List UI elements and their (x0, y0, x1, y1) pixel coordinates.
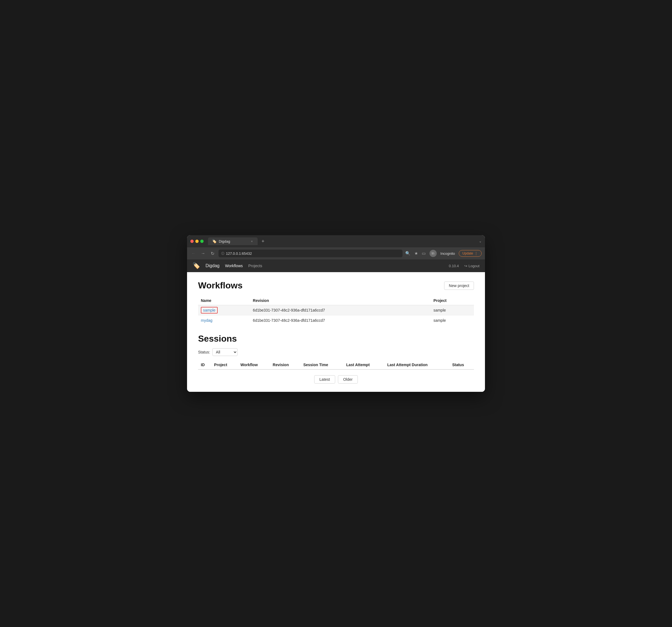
tab-close-button[interactable]: × (250, 239, 254, 243)
bookmark-icon[interactable]: ★ (414, 251, 418, 256)
workflows-page-header: Workflows New project (198, 280, 474, 291)
col-revision-header: Revision (250, 296, 431, 305)
update-menu-icon: ⋮ (474, 251, 478, 256)
sessions-col-header: Workflow (238, 360, 270, 370)
profile-button[interactable]: In (430, 250, 437, 257)
address-bar[interactable]: ⓘ 127.0.0.1:65432 (218, 250, 403, 257)
workflow-name-link[interactable]: mydag (201, 318, 212, 323)
browser-nav-icons: 🔍 ★ ▭ In Incognito Update ⋮ (405, 250, 482, 257)
minimize-traffic-light[interactable] (195, 240, 199, 243)
status-select[interactable]: All Running Success Error (212, 348, 238, 356)
sessions-title: Sessions (198, 334, 474, 344)
new-tab-button[interactable]: + (262, 239, 265, 244)
profile-label: In (432, 251, 434, 255)
tab-favicon: 🏷️ (212, 239, 217, 244)
update-label: Update (462, 251, 473, 255)
workflow-table-row: sample6d1be331-7307-48c2-936a-dfd171a6cc… (198, 305, 474, 316)
sessions-col-header: Last Attempt (343, 360, 385, 370)
window-chevron-icon: ⌄ (479, 239, 482, 243)
workflow-table-row: mydag6d1be331-7307-48c2-936a-dfd171a6ccd… (198, 316, 474, 326)
app-navbar: 🏷️ Digdag Workflows Projects 0.10.4 ↪ Lo… (187, 259, 485, 272)
pagination: Latest Older (198, 375, 474, 383)
tab-title: Digdag (219, 239, 248, 244)
nav-link-workflows[interactable]: Workflows (225, 264, 243, 268)
search-icon[interactable]: 🔍 (405, 251, 410, 256)
workflows-title: Workflows (198, 280, 242, 291)
active-tab[interactable]: 🏷️ Digdag × (208, 237, 258, 245)
app-version-label: 0.10.4 (449, 264, 459, 268)
status-filter-label: Status: (198, 350, 210, 354)
browser-window: 🏷️ Digdag × + ⌄ ← → ↻ ⓘ 127.0.0.1:65432 … (187, 235, 485, 392)
sessions-col-header: Project (211, 360, 238, 370)
update-button[interactable]: Update ⋮ (459, 250, 482, 257)
logout-link[interactable]: ↪ Logout (464, 264, 479, 268)
workflows-table: Name Revision Project sample6d1be331-730… (198, 296, 474, 325)
workflow-project-cell: sample (431, 305, 474, 316)
workflow-revision-cell: 6d1be331-7307-48c2-936a-dfd171a6ccd7 (250, 305, 431, 316)
secure-icon: ⓘ (221, 251, 224, 256)
logout-icon: ↪ (464, 264, 467, 268)
workflow-name-cell: sample (198, 305, 250, 316)
forward-button[interactable]: → (200, 250, 206, 257)
sessions-table: IDProjectWorkflowRevisionSession TimeLas… (198, 360, 474, 383)
address-text: 127.0.0.1:65432 (226, 251, 252, 256)
workflow-revision-cell: 6d1be331-7307-48c2-936a-dfd171a6ccd7 (250, 316, 431, 326)
col-name-header: Name (198, 296, 250, 305)
logout-label: Logout (469, 264, 479, 268)
back-button[interactable]: ← (190, 250, 197, 257)
latest-button[interactable]: Latest (314, 375, 335, 383)
workflow-name-link[interactable]: sample (201, 307, 218, 314)
maximize-traffic-light[interactable] (200, 240, 203, 243)
sessions-col-header: ID (198, 360, 211, 370)
titlebar: 🏷️ Digdag × + ⌄ (187, 235, 485, 247)
app-logo-icon: 🏷️ (193, 262, 200, 269)
incognito-label: Incognito (440, 251, 455, 256)
addressbar: ← → ↻ ⓘ 127.0.0.1:65432 🔍 ★ ▭ In Incogni… (187, 247, 485, 259)
sessions-col-header: Revision (270, 360, 301, 370)
col-project-header: Project (431, 296, 474, 305)
status-filter: Status: All Running Success Error (198, 348, 474, 356)
older-button[interactable]: Older (338, 375, 358, 383)
nav-link-projects[interactable]: Projects (248, 264, 262, 268)
sessions-col-header: Session Time (301, 360, 343, 370)
close-traffic-light[interactable] (190, 240, 194, 243)
workflow-project-cell: sample (431, 316, 474, 326)
traffic-lights (190, 240, 203, 243)
new-project-button[interactable]: New project (444, 281, 474, 290)
main-content: Workflows New project Name Revision Proj… (187, 272, 485, 392)
workflow-name-cell: mydag (198, 316, 250, 326)
sessions-col-header: Status (449, 360, 474, 370)
sessions-col-header: Last Attempt Duration (385, 360, 450, 370)
app-brand-label: Digdag (206, 263, 220, 268)
reading-mode-icon[interactable]: ▭ (422, 251, 426, 256)
refresh-button[interactable]: ↻ (209, 250, 216, 257)
